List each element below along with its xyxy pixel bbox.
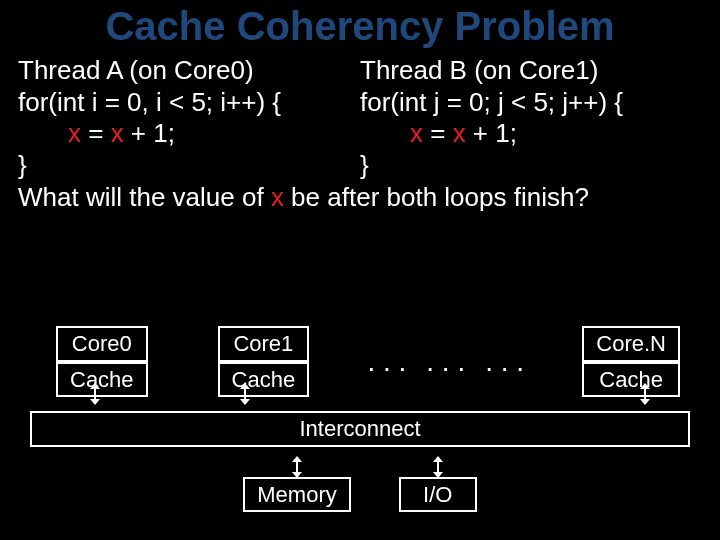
ellipsis: . . . [475,346,534,378]
double-arrow-icon [644,388,646,400]
thread-a-header: Thread A (on Core0) [18,55,360,87]
io-stack: I/O [399,461,477,513]
memory-box: Memory [243,477,350,513]
x-var: x [453,118,466,148]
thread-a-close: } [18,150,360,182]
double-arrow-icon [244,388,246,400]
thread-b-close: } [360,150,702,182]
thread-b-body: x = x + 1; [360,118,702,150]
double-arrow-icon [437,461,439,473]
core0-stack: Core0 Cache [56,326,148,397]
double-arrow-icon [296,461,298,473]
x-var: x [68,118,81,148]
thread-a-body: x = x + 1; [18,118,360,150]
question-text: What will the value of x be after both l… [0,182,720,214]
architecture-diagram: Core0 Cache Core1 Cache . . . . . . . . … [0,326,720,512]
thread-a-col: Thread A (on Core0) for(int i = 0, i < 5… [18,55,360,182]
slide-title: Cache Coherency Problem [0,0,720,49]
thread-b-col: Thread B (on Core1) for(int j = 0; j < 5… [360,55,702,182]
core1-stack: Core1 Cache [218,326,310,397]
double-arrow-icon [94,388,96,400]
ellipsis: . . . [357,346,416,378]
x-var: x [410,118,423,148]
x-var: x [111,118,124,148]
code-columns: Thread A (on Core0) for(int i = 0, i < 5… [0,49,720,182]
thread-b-for: for(int j = 0; j < 5; j++) { [360,87,702,119]
ellipsis: . . . [416,346,475,378]
core1-box: Core1 [218,326,310,362]
coren-stack: Core.N Cache [582,326,680,397]
interconnect-box: Interconnect [30,411,690,447]
io-box: I/O [399,477,477,513]
memory-stack: Memory [243,461,350,513]
core0-box: Core0 [56,326,148,362]
coren-box: Core.N [582,326,680,362]
x-var: x [271,182,284,212]
thread-b-header: Thread B (on Core1) [360,55,702,87]
thread-a-for: for(int i = 0, i < 5; i++) { [18,87,360,119]
